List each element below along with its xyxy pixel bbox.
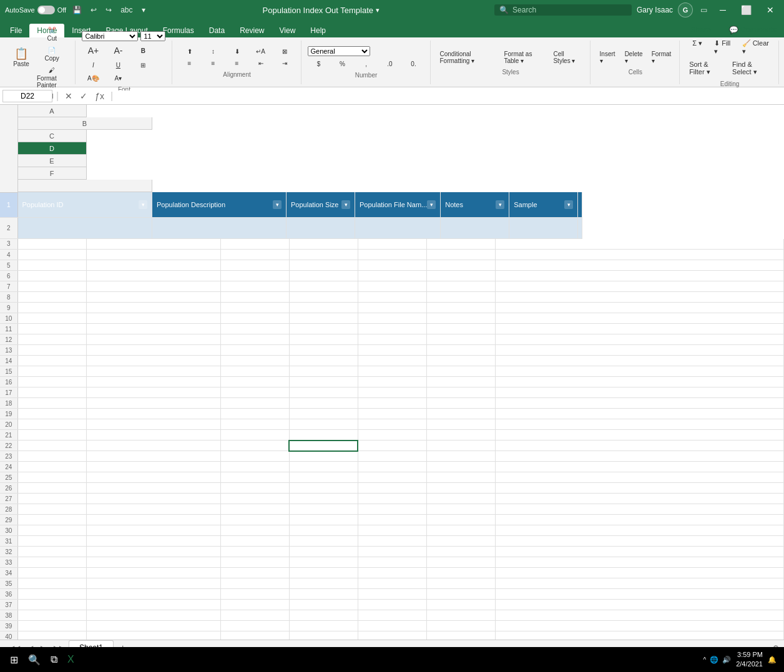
- cell-F4[interactable]: [426, 250, 495, 260]
- cut-button[interactable]: ✂️Cut: [34, 25, 70, 44]
- row-num-23[interactable]: 23: [0, 451, 17, 462]
- cell-B40[interactable]: [86, 631, 220, 640]
- row-num-3[interactable]: 3: [0, 239, 17, 250]
- decrease-decimal-button[interactable]: 0.: [403, 59, 425, 69]
- row-num-18[interactable]: 18: [0, 398, 17, 409]
- cell-E2[interactable]: [441, 217, 509, 238]
- cell-G31[interactable]: [495, 536, 784, 547]
- save-icon[interactable]: 💾: [70, 4, 84, 16]
- cell-E31[interactable]: [358, 536, 426, 547]
- cell-G38[interactable]: [495, 610, 784, 621]
- cell-F30[interactable]: [426, 525, 495, 536]
- cell-B28[interactable]: [86, 504, 220, 515]
- cell-D4[interactable]: [289, 250, 358, 260]
- row-num-25[interactable]: 25: [0, 472, 17, 483]
- cell-F13[interactable]: [426, 345, 495, 356]
- cell-G27[interactable]: [495, 494, 784, 504]
- cell-E27[interactable]: [358, 494, 426, 504]
- cell-C3[interactable]: [220, 239, 289, 250]
- format-painter-button[interactable]: 🖌Format Painter: [34, 65, 70, 90]
- format-cells-button[interactable]: Format ▾: [649, 49, 674, 66]
- cell-A22[interactable]: [17, 441, 86, 451]
- cell-D37[interactable]: [289, 600, 358, 610]
- align-center-button[interactable]: ≡: [202, 58, 225, 69]
- cell-B19[interactable]: [86, 409, 220, 419]
- cell-E24[interactable]: [358, 462, 426, 472]
- increase-decimal-button[interactable]: .0: [379, 59, 401, 69]
- cell-E39[interactable]: [358, 621, 426, 631]
- header-cell-B1[interactable]: Population Description ▾: [152, 192, 287, 217]
- row-num-10[interactable]: 10: [0, 313, 17, 324]
- row-num-7[interactable]: 7: [0, 281, 17, 292]
- align-right-button[interactable]: ≡: [226, 58, 248, 69]
- row-num-27[interactable]: 27: [0, 494, 17, 504]
- cell-B5[interactable]: [86, 260, 220, 271]
- increase-indent-button[interactable]: ⇥: [273, 58, 296, 69]
- cell-C15[interactable]: [220, 366, 289, 377]
- cell-E13[interactable]: [358, 345, 426, 356]
- cell-A7[interactable]: [17, 281, 86, 292]
- cell-A17[interactable]: [17, 387, 86, 398]
- cell-E16[interactable]: [358, 377, 426, 387]
- cell-F24[interactable]: [426, 462, 495, 472]
- cell-A38[interactable]: [17, 610, 86, 621]
- minimize-button[interactable]: ─: [715, 2, 731, 17]
- italic-button[interactable]: I: [82, 60, 104, 71]
- cell-B23[interactable]: [86, 451, 220, 462]
- cell-C38[interactable]: [220, 610, 289, 621]
- cell-B38[interactable]: [86, 610, 220, 621]
- cell-E4[interactable]: [358, 250, 426, 260]
- cell-A27[interactable]: [17, 494, 86, 504]
- align-bottom-button[interactable]: ⬇: [226, 46, 248, 57]
- cell-G23[interactable]: [495, 451, 784, 462]
- user-avatar[interactable]: G: [678, 2, 693, 17]
- cell-G19[interactable]: [495, 409, 784, 419]
- cell-B18[interactable]: [86, 398, 220, 409]
- cell-E29[interactable]: [358, 515, 426, 525]
- cell-C23[interactable]: [220, 451, 289, 462]
- cell-C30[interactable]: [220, 525, 289, 536]
- cell-E40[interactable]: [358, 631, 426, 640]
- row-num-13[interactable]: 13: [0, 345, 17, 356]
- cell-A24[interactable]: [17, 462, 86, 472]
- cell-D16[interactable]: [289, 377, 358, 387]
- cell-C27[interactable]: [220, 494, 289, 504]
- cell-G35[interactable]: [495, 578, 784, 589]
- cell-D2[interactable]: [355, 217, 441, 238]
- cell-E36[interactable]: [358, 589, 426, 600]
- cell-E32[interactable]: [358, 547, 426, 557]
- row-num-32[interactable]: 32: [0, 547, 17, 557]
- cell-G15[interactable]: [495, 366, 784, 377]
- align-middle-button[interactable]: ↕: [202, 46, 225, 57]
- cell-C24[interactable]: [220, 462, 289, 472]
- cell-G20[interactable]: [495, 419, 784, 430]
- cell-G6[interactable]: [495, 271, 784, 281]
- cell-F14[interactable]: [426, 356, 495, 366]
- row-num-37[interactable]: 37: [0, 600, 17, 610]
- row-num-30[interactable]: 30: [0, 525, 17, 536]
- cell-G39[interactable]: [495, 621, 784, 631]
- cell-F23[interactable]: [426, 451, 495, 462]
- cell-G24[interactable]: [495, 462, 784, 472]
- cell-D25[interactable]: [289, 472, 358, 483]
- header-cell-F1[interactable]: Sample ▾: [509, 192, 578, 217]
- cell-B30[interactable]: [86, 525, 220, 536]
- cell-B16[interactable]: [86, 377, 220, 387]
- cell-A21[interactable]: [17, 430, 86, 441]
- cell-A30[interactable]: [17, 525, 86, 536]
- share-button[interactable]: Share: [683, 22, 719, 37]
- cell-B6[interactable]: [86, 271, 220, 281]
- cell-D5[interactable]: [289, 260, 358, 271]
- cell-A16[interactable]: [17, 377, 86, 387]
- cell-C32[interactable]: [220, 547, 289, 557]
- cell-B26[interactable]: [86, 483, 220, 494]
- cell-B8[interactable]: [86, 292, 220, 303]
- cell-D29[interactable]: [289, 515, 358, 525]
- cell-B9[interactable]: [86, 303, 220, 313]
- cell-D20[interactable]: [289, 419, 358, 430]
- search-box[interactable]: 🔍: [494, 4, 632, 16]
- row-num-14[interactable]: 14: [0, 356, 17, 366]
- row-num-5[interactable]: 5: [0, 260, 17, 271]
- tab-review[interactable]: Review: [232, 24, 272, 37]
- cell-G2[interactable]: [578, 217, 582, 238]
